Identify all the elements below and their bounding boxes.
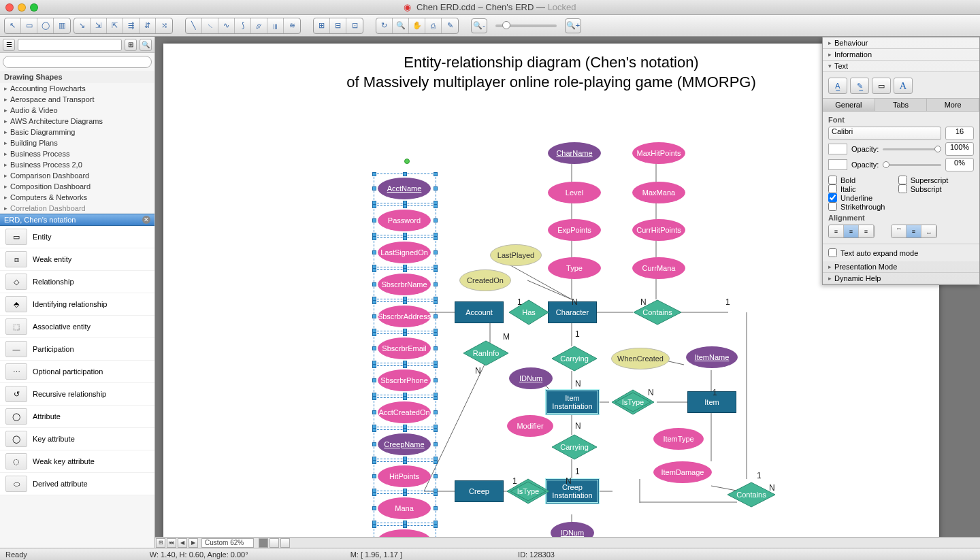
refresh-icon[interactable]: ↻ <box>376 18 393 33</box>
attr-createdon[interactable]: CreatedOn <box>459 269 511 291</box>
path1-icon[interactable]: ⫻ <box>251 18 267 33</box>
underline-checkbox[interactable]: Underline <box>828 193 898 202</box>
library-category[interactable]: Accounting Flowcharts <box>0 83 154 94</box>
attr-maxhp[interactable]: MaxHitPoints <box>632 142 685 164</box>
rel-carrying1[interactable]: Carrying <box>551 346 598 372</box>
attr-selected[interactable]: SbscrbrPhone <box>378 369 431 391</box>
tree-view-icon[interactable]: ☰ <box>3 39 15 51</box>
library-category[interactable]: Comparison Dashboard <box>0 170 154 181</box>
attr-idnum1[interactable]: IDNum <box>509 367 553 389</box>
attr-itemname[interactable]: ItemName <box>686 346 738 368</box>
library-category[interactable]: Audio & Video <box>0 105 154 116</box>
resize-handle[interactable] <box>434 396 438 400</box>
page-tab-1[interactable] <box>259 538 268 548</box>
library-category[interactable]: Business Process 2,0 <box>0 159 154 170</box>
attr-maxmana[interactable]: MaxMana <box>632 182 685 203</box>
curve1-icon[interactable]: ∿ <box>218 18 235 33</box>
shape-stencil[interactable]: ⬘Identifying relationship <box>0 293 154 316</box>
library-category[interactable]: AWS Architecture Diagrams <box>0 116 154 127</box>
section-text[interactable]: Text <box>823 61 979 72</box>
attr-selected[interactable]: AcctName <box>378 178 431 199</box>
resize-handle[interactable] <box>434 186 438 191</box>
resize-handle[interactable] <box>434 474 438 478</box>
text-opacity-slider[interactable] <box>883 148 941 150</box>
fill-icon[interactable]: ▭ <box>872 78 891 94</box>
resize-handle[interactable] <box>434 442 438 446</box>
stamp-icon[interactable]: ⎙ <box>425 18 442 33</box>
path3-icon[interactable]: ≋ <box>284 18 300 33</box>
resize-handle[interactable] <box>372 378 376 382</box>
pointer-tool-icon[interactable]: ↖ <box>5 18 21 33</box>
resize-handle[interactable] <box>403 332 407 336</box>
text-color-icon[interactable]: A̲ <box>828 78 847 94</box>
shape-stencil[interactable]: ⧈Weak entity <box>0 248 154 271</box>
attr-selected[interactable]: Mana <box>378 497 431 519</box>
bg-color-swatch[interactable] <box>828 159 847 170</box>
resize-handle[interactable] <box>434 236 438 240</box>
entity-item[interactable]: Item <box>687 391 736 413</box>
shape-stencil[interactable]: ◯Key attribute <box>0 428 154 450</box>
resize-handle[interactable] <box>372 204 376 208</box>
library-category[interactable]: Basic Diagramming <box>0 127 154 137</box>
resize-handle[interactable] <box>372 364 376 368</box>
rect-tool-icon[interactable]: ▭ <box>21 18 37 33</box>
resize-handle[interactable] <box>434 204 438 208</box>
resize-handle[interactable] <box>372 460 376 464</box>
resize-handle[interactable] <box>434 282 438 286</box>
page-tab-2[interactable] <box>270 538 279 548</box>
resize-handle[interactable] <box>434 524 438 528</box>
shape-stencil[interactable]: ◇Relationship <box>0 271 154 293</box>
strikethrough-checkbox[interactable]: Strikethrough <box>828 202 974 211</box>
entity-account[interactable]: Account <box>455 301 504 323</box>
zoom-slider[interactable] <box>495 24 557 27</box>
resize-handle[interactable] <box>372 524 376 528</box>
subscript-checkbox[interactable]: Subscript <box>898 184 968 193</box>
ungroup-icon[interactable]: ⊟ <box>330 18 346 33</box>
library-category[interactable]: Aerospace and Transport <box>0 94 154 105</box>
shape-stencil[interactable]: —Participation <box>0 338 154 361</box>
resize-handle[interactable] <box>434 410 438 414</box>
section-presentation[interactable]: Presentation Mode <box>823 261 979 273</box>
resize-handle[interactable] <box>372 236 376 240</box>
shape-stencil[interactable]: ◯Attribute <box>0 406 154 428</box>
line2-icon[interactable]: ⟍ <box>202 18 218 33</box>
curve2-icon[interactable]: ⟆ <box>235 18 251 33</box>
bg-opacity-slider[interactable] <box>883 164 941 166</box>
resize-handle[interactable] <box>434 364 438 368</box>
section-dynamic-help[interactable]: Dynamic Help <box>823 273 979 284</box>
resize-handle[interactable] <box>434 250 438 254</box>
resize-handle[interactable] <box>372 396 376 400</box>
resize-handle[interactable] <box>372 506 376 510</box>
resize-handle[interactable] <box>372 346 376 350</box>
resize-handle[interactable] <box>372 428 376 432</box>
zoom-in-icon[interactable]: 🔍+ <box>565 18 581 33</box>
resize-handle[interactable] <box>403 492 407 496</box>
shape-stencil[interactable]: ▭Entity <box>0 226 154 248</box>
attr-currhp[interactable]: CurrHitPoints <box>632 219 685 241</box>
shape-stencil[interactable]: ⋯Optional participation <box>0 361 154 383</box>
hand-icon[interactable]: ✋ <box>409 18 425 33</box>
resize-handle[interactable] <box>434 268 438 272</box>
group-icon[interactable]: ⊞ <box>314 18 330 33</box>
text-opacity-value[interactable]: 100% <box>945 142 974 156</box>
canvas-area[interactable]: Entity-relationship diagram (Chen's nota… <box>155 37 980 548</box>
resize-handle[interactable] <box>434 332 438 336</box>
library-category[interactable]: Building Plans <box>0 137 154 148</box>
attr-selected[interactable]: HitPoints <box>378 465 431 487</box>
entity-creep[interactable]: Creep <box>455 480 504 502</box>
resize-handle[interactable] <box>372 282 376 286</box>
superscript-checkbox[interactable]: Superscript <box>898 176 968 184</box>
resize-handle[interactable] <box>372 492 376 496</box>
text-color-swatch[interactable] <box>828 144 847 154</box>
library-category[interactable]: Correlation Dashboard <box>0 203 154 214</box>
zoom-out-icon[interactable]: 🔍- <box>471 18 487 33</box>
font-style-icon[interactable]: A <box>894 78 913 94</box>
connector1-icon[interactable]: ↘ <box>74 18 91 33</box>
resize-handle[interactable] <box>372 474 376 478</box>
attr-selected[interactable]: SbscrbrAddress <box>378 306 431 327</box>
valign-top-icon[interactable]: ⎴ <box>892 225 906 237</box>
section-information[interactable]: Information <box>823 49 979 61</box>
connector6-icon[interactable]: ⤭ <box>156 18 172 33</box>
section-behaviour[interactable]: Behaviour <box>823 37 979 49</box>
resize-handle[interactable] <box>403 428 407 432</box>
